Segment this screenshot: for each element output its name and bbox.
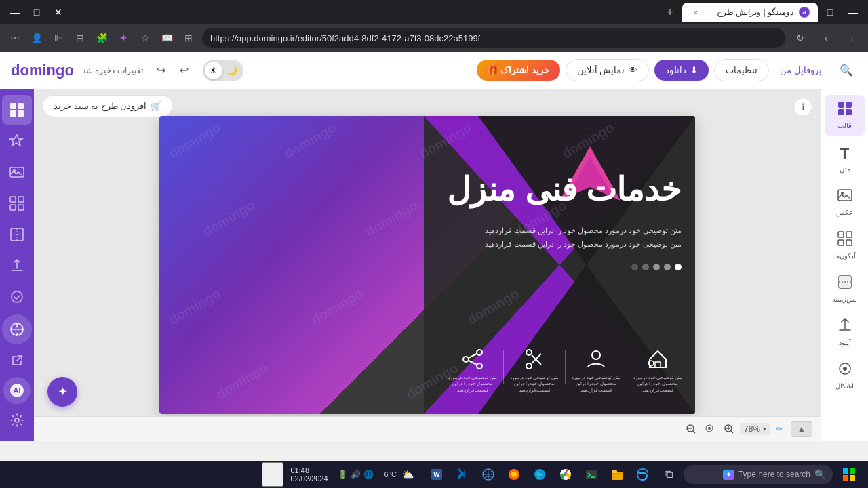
network-btn[interactable]: 🌐 — [363, 470, 374, 479]
rs-icons-btn[interactable] — [2, 188, 32, 218]
tool-background[interactable]: پس‌زمینه — [825, 268, 865, 309]
undo-btn[interactable]: ↩ — [174, 60, 195, 81]
svg-rect-46 — [18, 110, 24, 117]
rs-bg-btn[interactable] — [2, 220, 32, 249]
taskbar-clock[interactable]: 01:48 02/02/2024 — [286, 466, 332, 483]
profile-avatar-btn[interactable]: 👤 — [27, 28, 46, 47]
text-icon: T — [840, 145, 849, 163]
profile-btn[interactable]: پروفایل من — [774, 60, 827, 81]
taskbar-taskview-btn[interactable]: ⧉ — [656, 462, 681, 487]
svg-line-41 — [692, 430, 695, 433]
rs-external-btn[interactable] — [2, 346, 32, 375]
tab-favicon: d — [799, 7, 810, 18]
download-btn[interactable]: ⬇ دانلود — [654, 60, 709, 81]
taskbar-chrome-btn[interactable] — [553, 462, 578, 487]
template-label: قالب — [837, 122, 852, 129]
theme-toggle[interactable]: 🌙 ☀ — [203, 60, 243, 81]
svg-rect-10 — [838, 240, 844, 245]
taskbar-explorer-btn[interactable] — [605, 462, 629, 487]
rs-translate-btn[interactable] — [2, 314, 32, 344]
zoom-fit-btn[interactable] — [702, 421, 718, 437]
svg-rect-51 — [10, 205, 16, 210]
forward-btn[interactable]: › — [815, 27, 837, 49]
svg-rect-44 — [18, 103, 24, 109]
svg-rect-4 — [838, 109, 844, 115]
tab-close-btn[interactable]: × — [690, 7, 701, 18]
taskbar-vscode-btn[interactable] — [450, 462, 475, 487]
svg-point-30 — [463, 357, 469, 362]
taskbar-globe-btn[interactable] — [476, 462, 500, 487]
tab-bar: — □ d دومینگو | ویرایش طرح × + ✕ □ — — [0, 0, 868, 24]
rs-settings-btn[interactable] — [2, 405, 32, 435]
canvas-bottom: ▲ ✏ ▾ 78% — [34, 416, 821, 441]
svg-point-72 — [511, 472, 517, 477]
taskbar-apps: ⧉ — [425, 462, 681, 487]
tool-template[interactable]: قالب — [825, 95, 865, 136]
sound-btn[interactable]: 🔊 — [351, 470, 361, 479]
read-mode-btn[interactable]: 📖 — [157, 28, 176, 47]
collections-btn[interactable]: ⊟ — [71, 28, 90, 47]
icons-icon — [837, 231, 852, 249]
svg-rect-62 — [850, 475, 855, 481]
browser-maximize-btn[interactable]: □ — [821, 3, 840, 22]
rs-upload-btn[interactable] — [2, 251, 32, 281]
taskbar-parrot-btn[interactable]: 🐦 — [528, 462, 552, 487]
taskbar-terminal-btn[interactable] — [579, 462, 604, 487]
design-dots — [631, 264, 682, 270]
taskbar-word-btn[interactable]: W — [425, 462, 449, 487]
rs-ai1-btn[interactable] — [2, 126, 32, 156]
tool-icons[interactable]: آیکون‌ها — [825, 225, 865, 266]
extensions-btn[interactable]: 🧩 — [92, 28, 111, 47]
taskbar-search[interactable]: 🔍 Type here to search ✦ — [684, 465, 833, 484]
fab-btn[interactable]: ✦ — [47, 377, 77, 407]
browser-minimize-btn[interactable]: — — [844, 3, 863, 22]
logo-text: domingo — [11, 62, 74, 79]
more-btn[interactable]: ⋯ — [5, 28, 24, 47]
settings-btn[interactable]: تنظیمات — [714, 59, 769, 81]
zoom-out-btn[interactable] — [683, 421, 699, 437]
browser-close-btn[interactable]: ✕ — [49, 3, 68, 22]
zoom-dropdown-icon: ▾ — [763, 426, 766, 432]
buy-subscription-btn[interactable]: خرید اشتراک 🎁 — [477, 60, 560, 81]
browser-restore-btn[interactable]: □ — [27, 3, 46, 22]
notifications-btn[interactable]: □ — [262, 462, 283, 487]
rs-shapes-btn[interactable] — [2, 282, 32, 312]
app-icon-btn[interactable]: ⊞ — [179, 28, 198, 47]
sidebar-btn[interactable]: ⊫ — [49, 28, 68, 47]
tool-photo[interactable]: عکس — [825, 182, 865, 222]
preview-btn[interactable]: 👁 نمایش آنلاین — [566, 59, 650, 81]
fav-btn[interactable]: ☆ — [136, 28, 155, 47]
tool-shapes[interactable]: اشکال — [825, 355, 865, 396]
zoom-in-btn[interactable] — [721, 421, 737, 437]
design-canvas: domingo domingo domingo domingo domingo … — [159, 116, 695, 414]
browser-tab-active[interactable]: d دومینگو | ویرایش طرح × — [682, 3, 818, 22]
start-btn[interactable] — [835, 464, 863, 485]
rs-ai-brain-btn[interactable]: AI — [3, 377, 31, 404]
browser-minimize-btn2[interactable]: — — [5, 3, 24, 22]
light-theme-btn[interactable]: ☀ — [205, 62, 222, 79]
refresh-btn[interactable]: ↻ — [789, 27, 811, 49]
canvas-up-btn[interactable]: ▲ — [791, 421, 812, 437]
dark-theme-btn[interactable]: 🌙 — [224, 62, 241, 79]
redo-btn[interactable]: ↪ — [151, 60, 172, 81]
header-search-btn[interactable]: 🔍 — [835, 60, 857, 81]
rs-template-btn[interactable] — [2, 95, 32, 125]
tool-upload[interactable]: آپلود — [825, 312, 865, 352]
app-header: 🔍 پروفایل من تنظیمات ⬇ دانلود 👁 نمایش آن… — [0, 52, 868, 89]
rs-photo-btn[interactable] — [2, 157, 32, 187]
svg-text:🐦: 🐦 — [536, 470, 545, 479]
add-to-cart-btn[interactable]: 🛒 افزودن طرح به سبد خرید — [42, 95, 173, 117]
battery-btn[interactable]: 🔋 — [338, 470, 348, 479]
address-input[interactable] — [202, 28, 785, 48]
new-tab-btn[interactable]: + — [660, 3, 679, 22]
tool-text[interactable]: T متن — [825, 138, 865, 179]
tab-title: دومینگو | ویرایش طرح — [707, 7, 793, 17]
taskbar-edge-btn[interactable] — [631, 462, 655, 487]
upload-label: آپلود — [839, 339, 851, 346]
copilot-btn[interactable]: ✦ — [114, 28, 133, 47]
back-btn[interactable]: ‹ — [841, 27, 863, 49]
svg-rect-52 — [18, 205, 24, 210]
canvas-info-btn[interactable]: ℹ — [793, 98, 812, 117]
taskbar-firefox-btn[interactable] — [502, 462, 526, 487]
icons-label: آیکون‌ها — [834, 252, 856, 260]
